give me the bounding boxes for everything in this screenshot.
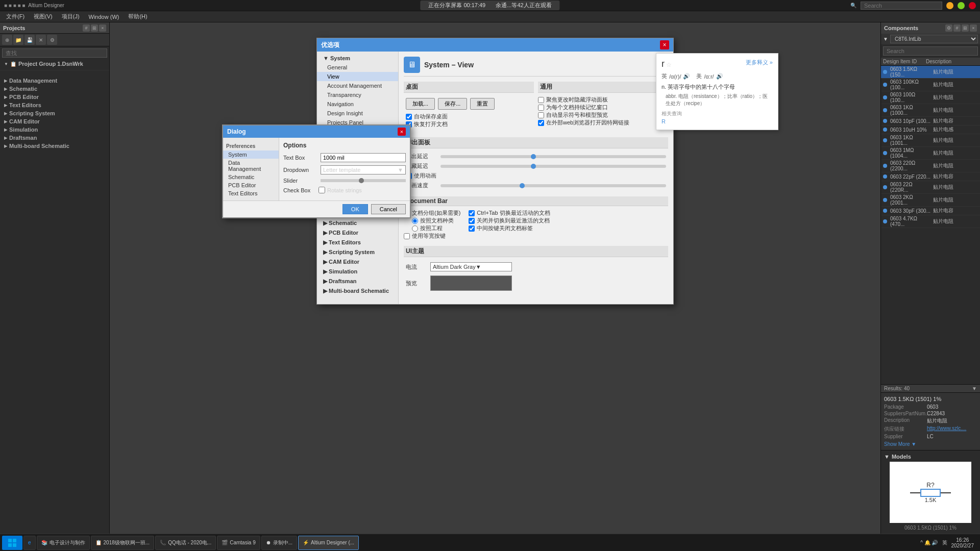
comp-search-input[interactable] xyxy=(883,46,978,56)
nav-text-editors-settings[interactable]: ▶ Text Editors xyxy=(317,238,398,247)
dict-us-speaker-button[interactable]: 🔊 xyxy=(716,73,723,80)
menu-file[interactable]: 文件(F) xyxy=(2,12,29,21)
new-button[interactable]: ⊕ xyxy=(2,35,12,45)
open-browser-checkbox[interactable]: 在外部web浏览器打开因特网链接 xyxy=(538,119,668,127)
comp-row-2[interactable]: 0603 100Ω (100... 贴片电阻 xyxy=(881,91,980,104)
reset-button[interactable]: 重置 xyxy=(470,98,495,110)
comp-expand-icon[interactable]: ⊞ xyxy=(962,24,969,32)
nav-navigation[interactable]: Navigation xyxy=(317,99,398,109)
close-button[interactable] xyxy=(969,2,976,9)
comp-row-0[interactable]: 0603 1.5KΩ (150... 贴片电阻 xyxy=(881,66,980,79)
settings-close-button[interactable]: × xyxy=(660,40,669,49)
inner-dialog-close-button[interactable]: × xyxy=(398,128,406,136)
dict-more-link[interactable]: 更多释义 » xyxy=(746,59,773,69)
comp-row-4[interactable]: 0603 10pF (100... 贴片电容 xyxy=(881,117,980,126)
minimize-button[interactable] xyxy=(946,2,953,9)
comp-row-3[interactable]: 0603 1KΩ (1000... 贴片电阻 xyxy=(881,104,980,117)
dict-related-link[interactable]: R xyxy=(662,118,773,124)
save-settings-button[interactable]: 保存... xyxy=(438,98,467,110)
auto-show-checkbox[interactable]: 自动显示符号和模型预览 xyxy=(538,111,668,119)
open-button[interactable]: 📁 xyxy=(13,35,23,45)
taskbar-app-4[interactable]: ⏺ 录制中... xyxy=(261,536,297,550)
nav-cam-editor-settings[interactable]: ▶ CAM Editor xyxy=(317,257,398,267)
hide-delay-slider[interactable] xyxy=(440,165,666,168)
comp-settings-icon[interactable]: ⚙ xyxy=(945,24,952,32)
dropdown-select[interactable]: Letter template ▼ xyxy=(321,165,406,174)
nav-transparency[interactable]: Transparency xyxy=(317,90,398,99)
nav-design-insight[interactable]: Design Insight xyxy=(317,109,398,118)
load-button[interactable]: 加载... xyxy=(406,98,435,110)
inner-nav-data-mgmt[interactable]: Data Management xyxy=(223,159,279,173)
nav-system[interactable]: ▼ System xyxy=(317,54,398,63)
popup-delay-slider[interactable] xyxy=(440,155,666,158)
nav-simulation[interactable]: ▶ Simulation xyxy=(0,126,109,134)
comp-row-7[interactable]: 0603 1MΩ (1004... 贴片电阻 xyxy=(881,147,980,160)
nav-text-editors[interactable]: ▶ Text Editors xyxy=(0,101,109,109)
doc-group-checkbox[interactable]: 文档分组(如果需要) xyxy=(404,209,460,217)
taskbar-app-1[interactable]: 📋 2018级物联网一班... xyxy=(91,536,155,550)
project-root-item[interactable]: ▼ 📋 Project Group 1.DsnWrk xyxy=(0,60,109,68)
doc-by-type-radio[interactable]: 按照文档种类 xyxy=(412,217,460,224)
nav-draftsman[interactable]: ▶ Draftsman xyxy=(0,134,109,142)
comp-row-13[interactable]: 0603 4.7KΩ (470... 贴片电阻 xyxy=(881,215,980,228)
checkbox-input[interactable] xyxy=(318,187,325,193)
equal-width-checkbox[interactable]: 使用等宽按键 xyxy=(404,232,460,240)
ctrl-tab-checkbox[interactable]: Ctrl+Tab 切换最近活动的文档 xyxy=(469,209,550,217)
comp-close-icon[interactable]: × xyxy=(970,24,977,32)
nav-view[interactable]: View xyxy=(317,72,398,81)
animation-speed-slider[interactable] xyxy=(440,184,666,187)
theme-dropdown[interactable]: Altium Dark Gray ▼ xyxy=(430,262,512,271)
taskbar-ie[interactable]: e xyxy=(23,536,36,550)
comp-row-6[interactable]: 0603 1KΩ (1001... 贴片电阻 xyxy=(881,134,980,147)
taskbar-app-0[interactable]: 📚 电子设计与制作 xyxy=(37,536,90,550)
nav-account[interactable]: Account Management xyxy=(317,81,398,90)
nav-data-management[interactable]: ▶ Data Management xyxy=(0,77,109,85)
restore-docs-checkbox[interactable]: 恢复打开文档 xyxy=(406,120,448,128)
comp-row-10[interactable]: 0603 22Ω (220R... 贴片电阻 xyxy=(881,181,980,194)
nav-multiboard[interactable]: ▶ Multi-board Schematic xyxy=(0,142,109,150)
close-switch-checkbox[interactable]: 关闭并切换到最近激活的文档 xyxy=(469,217,550,224)
taskbar-app-3[interactable]: 🎬 Camtasia 9 xyxy=(217,536,260,550)
nav-pcb-editor[interactable]: ▶ PCB Editor xyxy=(0,93,109,101)
nav-multiboard-settings[interactable]: ▶ Multi-board Schematic xyxy=(317,286,398,296)
nav-cam-editor[interactable]: ▶ CAM Editor xyxy=(0,117,109,126)
doc-by-project-radio[interactable]: 按照工程 xyxy=(412,224,460,232)
comp-row-12[interactable]: 0603 30pF (300... 贴片电容 xyxy=(881,207,980,215)
nav-draftsman-settings[interactable]: ▶ Draftsman xyxy=(317,277,398,286)
nav-schematic[interactable]: ▶ Schematic xyxy=(0,85,109,93)
projects-search-input[interactable] xyxy=(2,48,107,58)
panel-close-button[interactable]: × xyxy=(99,24,106,32)
panel-pin-button[interactable]: # xyxy=(83,24,90,32)
inner-nav-system[interactable]: System xyxy=(223,151,279,159)
nav-pcb-editor-settings[interactable]: ▶ PCB Editor xyxy=(317,228,398,238)
comp-supply-link[interactable]: http://www.szlc.... xyxy=(927,425,966,433)
save-button[interactable]: 💾 xyxy=(24,35,35,45)
inner-nav-pcb-editor[interactable]: PCB Editor xyxy=(223,181,279,189)
comp-row-1[interactable]: 0603 100KΩ (100... 贴片电阻 xyxy=(881,79,980,91)
inner-nav-schematic[interactable]: Schematic xyxy=(223,173,279,181)
textbox-input[interactable] xyxy=(321,153,406,162)
show-more-button[interactable]: Show More ▼ xyxy=(884,441,977,447)
cancel-inner-button[interactable]: Cancel xyxy=(371,204,406,214)
comp-lib-select[interactable]: C8T6.IntLib xyxy=(890,35,978,43)
nav-schematic-settings[interactable]: ▶ Schematic xyxy=(317,218,398,228)
comp-pin-icon[interactable]: # xyxy=(953,24,961,32)
nav-general[interactable]: General xyxy=(317,63,398,72)
hide-panels-checkbox[interactable]: 聚焦更改时隐藏浮动面板 xyxy=(538,96,668,104)
menu-view[interactable]: 视图(V) xyxy=(30,12,57,21)
taskbar-app-2[interactable]: 📞 QQ电话 - 2020电... xyxy=(155,536,216,550)
nav-scripting[interactable]: ▶ Scripting System xyxy=(0,109,109,117)
comp-row-11[interactable]: 0603 2KΩ (2001... 贴片电阻 xyxy=(881,194,980,207)
remember-windows-checkbox[interactable]: 为每个文档持续记忆窗口 xyxy=(538,104,668,111)
menu-help[interactable]: 帮助(H) xyxy=(124,12,151,21)
settings-button[interactable]: ⚙ xyxy=(47,35,57,45)
comp-row-9[interactable]: 0603 22pF (220... 贴片电容 xyxy=(881,172,980,181)
auto-save-checkbox[interactable]: 自动保存桌面 xyxy=(406,113,448,120)
maximize-button[interactable] xyxy=(958,2,965,9)
menu-project[interactable]: 项目(J) xyxy=(58,12,84,21)
start-button[interactable] xyxy=(2,536,22,550)
inner-slider-control[interactable] xyxy=(321,179,406,182)
title-search-input[interactable] xyxy=(861,2,942,10)
taskbar-app-5[interactable]: ⚡ Altium Designer (... xyxy=(298,536,359,550)
inner-nav-text-editors[interactable]: Text Editors xyxy=(223,189,279,197)
